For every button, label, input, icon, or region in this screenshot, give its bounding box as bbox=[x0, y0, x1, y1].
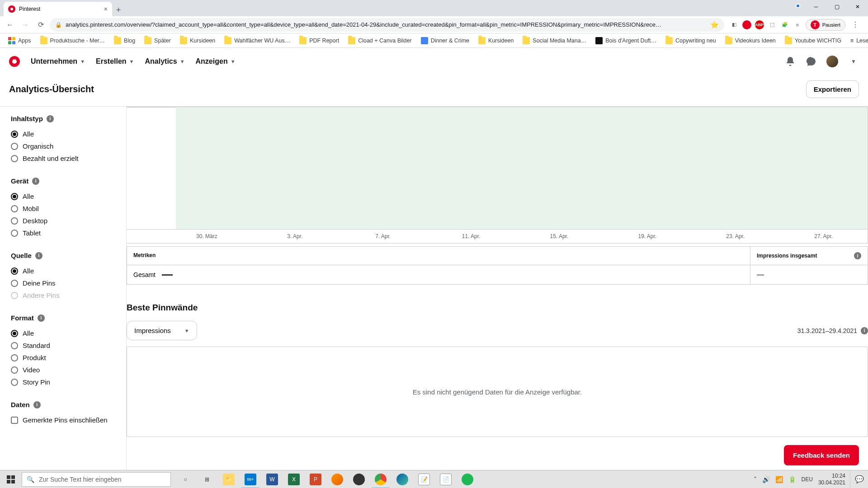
radio-format-video[interactable]: Video bbox=[11, 364, 115, 376]
info-icon[interactable]: i bbox=[854, 252, 861, 259]
task-excel[interactable]: X bbox=[283, 470, 305, 488]
bookmark-item[interactable]: Social Media Mana… bbox=[519, 35, 590, 46]
reading-list-button[interactable]: ≡Leseliste bbox=[847, 36, 868, 46]
task-chrome[interactable] bbox=[370, 470, 392, 488]
bookmarks-bar: Apps Produktsuche - Mer… Blog Später Kur… bbox=[0, 33, 868, 48]
menu-button[interactable]: ⋮ bbox=[849, 19, 862, 31]
tray-lang[interactable]: DEU bbox=[802, 476, 813, 483]
translate-icon[interactable]: ⭐ bbox=[710, 21, 719, 29]
chevron-down-icon[interactable]: ▼ bbox=[848, 56, 859, 67]
back-button[interactable]: ← bbox=[4, 19, 16, 31]
profile-indicator-icon[interactable] bbox=[796, 4, 800, 8]
radio-source-alle[interactable]: Alle bbox=[11, 265, 115, 277]
task-firefox[interactable] bbox=[326, 470, 348, 488]
chat-icon[interactable] bbox=[806, 56, 816, 67]
radio-device-desktop[interactable]: Desktop bbox=[11, 215, 115, 227]
bookmark-item[interactable]: Kursideen bbox=[176, 35, 219, 46]
info-icon[interactable]: i bbox=[35, 252, 42, 259]
info-icon[interactable]: i bbox=[38, 314, 45, 322]
close-window-button[interactable]: ✕ bbox=[847, 0, 868, 14]
task-spotify[interactable] bbox=[457, 470, 478, 488]
reading-list-icon[interactable]: ≡ bbox=[793, 20, 802, 29]
address-bar[interactable]: 🔒 analytics.pinterest.com/overview/?clai… bbox=[50, 18, 724, 32]
radio-format-standard[interactable]: Standard bbox=[11, 339, 115, 352]
task-obs[interactable] bbox=[348, 470, 370, 488]
nav-erstellen[interactable]: Erstellen▼ bbox=[96, 57, 134, 66]
task-explorer[interactable]: 📁 bbox=[218, 470, 240, 488]
task-cortana[interactable]: ○ bbox=[175, 470, 196, 488]
extension-icon-2[interactable]: ⬚ bbox=[768, 20, 777, 29]
minimize-button[interactable]: ─ bbox=[806, 0, 826, 14]
bookmark-item[interactable]: Copywriting neu bbox=[662, 35, 720, 46]
radio-icon bbox=[11, 193, 18, 200]
tray-clock[interactable]: 10:24 30.04.2021 bbox=[818, 473, 845, 486]
bookmark-item[interactable]: PDF Report bbox=[296, 35, 343, 46]
tray-chevron-icon[interactable]: ˄ bbox=[754, 476, 757, 483]
close-tab-icon[interactable]: × bbox=[104, 5, 108, 13]
radio-content-alle[interactable]: Alle bbox=[11, 128, 115, 140]
radio-source-deine[interactable]: Deine Pins bbox=[11, 277, 115, 289]
checkbox-gemerkte-pins[interactable]: Gemerkte Pins einschließen bbox=[11, 414, 115, 426]
forward-button[interactable]: → bbox=[19, 19, 32, 31]
task-app[interactable]: 📄 bbox=[435, 470, 457, 488]
info-icon[interactable]: i bbox=[861, 327, 868, 334]
metrics-row-label: Gesamt bbox=[133, 271, 156, 278]
radio-device-alle[interactable]: Alle bbox=[11, 190, 115, 202]
bell-icon[interactable] bbox=[785, 56, 796, 67]
browser-tab[interactable]: Pinterest × bbox=[4, 2, 112, 16]
bookmark-item[interactable]: Videokurs Ideen bbox=[722, 35, 779, 46]
radio-content-bezahlt[interactable]: Bezahlt und erzielt bbox=[11, 152, 115, 164]
profile-pause-button[interactable]: T Pausiert bbox=[806, 19, 845, 31]
info-icon[interactable]: i bbox=[33, 401, 41, 408]
maximize-button[interactable]: ▢ bbox=[826, 0, 847, 14]
pinterest-logo-icon[interactable] bbox=[9, 56, 20, 67]
windows-search[interactable]: 🔍 Zur Suche Text hier eingeben bbox=[22, 472, 171, 487]
radio-device-tablet[interactable]: Tablet bbox=[11, 227, 115, 239]
bookmark-item[interactable]: Wahlfächer WU Aus… bbox=[221, 35, 294, 46]
tray-wifi-icon[interactable]: 📶 bbox=[775, 476, 783, 483]
reload-button[interactable]: ⟳ bbox=[34, 19, 47, 31]
bookmark-item[interactable]: Bois d'Argent Duft… bbox=[592, 35, 660, 46]
info-icon[interactable]: i bbox=[32, 178, 39, 185]
task-view[interactable]: ⊞ bbox=[196, 470, 218, 488]
nav-analytics[interactable]: Analytics▼ bbox=[145, 57, 185, 66]
pinterest-ext-icon[interactable] bbox=[742, 20, 751, 29]
apps-bookmark[interactable]: Apps bbox=[5, 35, 35, 46]
bookmark-item[interactable]: Später bbox=[141, 35, 175, 46]
radio-format-storypin[interactable]: Story Pin bbox=[11, 376, 115, 388]
bookmark-item[interactable]: Kursideen bbox=[475, 35, 517, 46]
nav-unternehmen[interactable]: Unternehmen▼ bbox=[31, 57, 85, 66]
radio-device-mobil[interactable]: Mobil bbox=[11, 202, 115, 215]
task-word[interactable]: W bbox=[261, 470, 283, 488]
task-mail[interactable]: 99+ bbox=[240, 470, 261, 488]
task-powerpoint[interactable]: P bbox=[305, 470, 326, 488]
tray-battery-icon[interactable]: 🔋 bbox=[788, 476, 796, 483]
radio-format-produkt[interactable]: Produkt bbox=[11, 352, 115, 364]
chevron-down-icon: ▼ bbox=[184, 328, 189, 333]
bookmark-item[interactable]: Blog bbox=[110, 35, 139, 46]
tray-volume-icon[interactable]: 🔊 bbox=[762, 476, 770, 483]
bookmark-item[interactable]: Produktsuche - Mer… bbox=[37, 35, 109, 46]
windows-icon bbox=[7, 475, 15, 483]
export-button[interactable]: Exportieren bbox=[806, 80, 859, 98]
abp-ext-icon[interactable]: ABP bbox=[755, 20, 764, 29]
extensions-menu-icon[interactable]: 🧩 bbox=[780, 20, 789, 29]
bookmark-item[interactable]: Youtube WICHTIG bbox=[781, 35, 845, 46]
bookmark-item[interactable]: Cload + Canva Bilder bbox=[344, 35, 415, 46]
notification-center-button[interactable]: 💬 bbox=[850, 470, 868, 488]
feedback-button[interactable]: Feedback senden bbox=[784, 445, 859, 465]
radio-format-alle[interactable]: Alle bbox=[11, 327, 115, 339]
info-icon[interactable]: i bbox=[47, 115, 54, 122]
nav-anzeigen[interactable]: Anzeigen▼ bbox=[196, 57, 236, 66]
radio-icon bbox=[11, 205, 18, 212]
extension-icon[interactable]: ◧ bbox=[730, 20, 739, 29]
checkbox-icon bbox=[11, 417, 18, 424]
avatar[interactable] bbox=[826, 56, 838, 67]
task-edge[interactable] bbox=[392, 470, 413, 488]
radio-content-organisch[interactable]: Organisch bbox=[11, 140, 115, 152]
bookmark-item[interactable]: Dinner & Crime bbox=[417, 35, 473, 46]
new-tab-button[interactable]: + bbox=[112, 4, 125, 16]
task-notepad[interactable]: 📝 bbox=[413, 470, 435, 488]
metric-select[interactable]: Impressions ▼ bbox=[127, 321, 197, 340]
start-button[interactable] bbox=[0, 470, 22, 488]
